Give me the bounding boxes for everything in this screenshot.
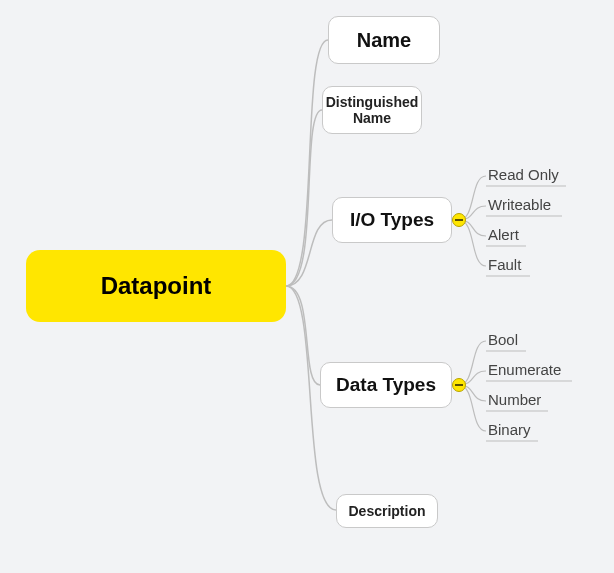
leaf-dtype-bool[interactable]: Bool — [488, 331, 518, 348]
leaf-io-alert-label: Alert — [488, 226, 519, 243]
collapse-toggle-io[interactable] — [452, 213, 466, 227]
leaf-io-writeable[interactable]: Writeable — [488, 196, 551, 213]
root-label: Datapoint — [101, 272, 212, 300]
leaf-io-writeable-label: Writeable — [488, 196, 551, 213]
leaf-io-readonly-label: Read Only — [488, 166, 559, 183]
leaf-dtype-number-label: Number — [488, 391, 541, 408]
leaf-dtype-binary[interactable]: Binary — [488, 421, 531, 438]
leaf-dtype-number[interactable]: Number — [488, 391, 541, 408]
leaf-dtype-enumerate-label: Enumerate — [488, 361, 561, 378]
leaf-io-alert[interactable]: Alert — [488, 226, 519, 243]
node-desc-label: Description — [348, 503, 425, 519]
leaf-dtype-bool-label: Bool — [488, 331, 518, 348]
leaf-dtype-binary-label: Binary — [488, 421, 531, 438]
node-data-types[interactable]: Data Types — [320, 362, 452, 408]
leaf-io-readonly[interactable]: Read Only — [488, 166, 559, 183]
node-io-types[interactable]: I/O Types — [332, 197, 452, 243]
root-node-datapoint[interactable]: Datapoint — [26, 250, 286, 322]
node-dtypes-label: Data Types — [336, 374, 436, 396]
leaf-io-fault[interactable]: Fault — [488, 256, 521, 273]
node-distinguished-name[interactable]: Distinguished Name — [322, 86, 422, 134]
leaf-dtype-enumerate[interactable]: Enumerate — [488, 361, 561, 378]
node-io-label: I/O Types — [350, 209, 434, 231]
leaf-io-fault-label: Fault — [488, 256, 521, 273]
node-description[interactable]: Description — [336, 494, 438, 528]
mindmap-canvas: Datapoint Name Distinguished Name I/O Ty… — [0, 0, 614, 573]
node-dname-label: Distinguished Name — [326, 94, 419, 126]
collapse-toggle-dtypes[interactable] — [452, 378, 466, 392]
node-name[interactable]: Name — [328, 16, 440, 64]
node-name-label: Name — [357, 29, 411, 52]
